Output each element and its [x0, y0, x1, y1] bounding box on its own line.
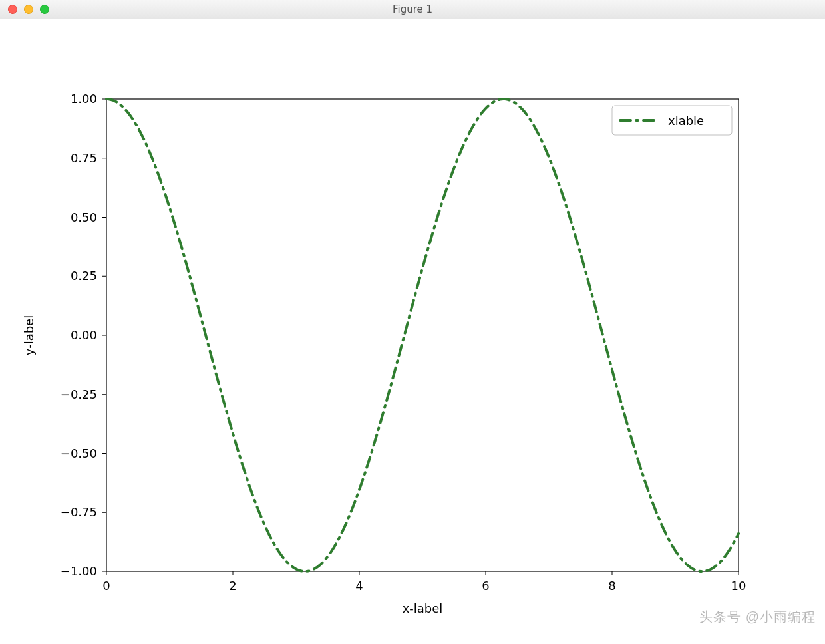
figure-canvas: 0246810−1.00−0.75−0.50−0.250.000.250.500… — [0, 19, 825, 644]
data-line — [106, 99, 739, 571]
y-tick-label: 0.00 — [71, 328, 97, 342]
y-tick-label: 1.00 — [71, 92, 97, 106]
y-tick-label: 0.25 — [71, 269, 97, 283]
y-tick-label: 0.50 — [71, 210, 97, 224]
close-icon[interactable] — [8, 5, 17, 14]
window-titlebar: Figure 1 — [0, 0, 825, 19]
y-tick-label: −0.50 — [61, 446, 97, 460]
maximize-icon[interactable] — [40, 5, 49, 14]
y-tick-label: −0.25 — [61, 387, 97, 401]
x-tick-label: 0 — [102, 579, 110, 593]
window-controls — [8, 5, 49, 14]
minimize-icon[interactable] — [24, 5, 33, 14]
y-tick-label: −1.00 — [61, 564, 97, 578]
x-tick-label: 6 — [482, 579, 489, 593]
x-axis-label: x-label — [403, 601, 443, 615]
y-tick-label: −0.75 — [61, 505, 97, 519]
y-tick-label: 0.75 — [71, 151, 97, 165]
legend-label: xlable — [668, 114, 704, 128]
axes-frame — [106, 99, 739, 571]
x-tick-label: 4 — [355, 579, 363, 593]
y-axis-label: y-label — [22, 315, 36, 355]
chart-svg: 0246810−1.00−0.75−0.50−0.250.000.250.500… — [0, 19, 825, 644]
x-tick-label: 2 — [229, 579, 236, 593]
x-tick-label: 8 — [608, 579, 615, 593]
window-title: Figure 1 — [0, 3, 825, 15]
x-tick-label: 10 — [731, 579, 746, 593]
